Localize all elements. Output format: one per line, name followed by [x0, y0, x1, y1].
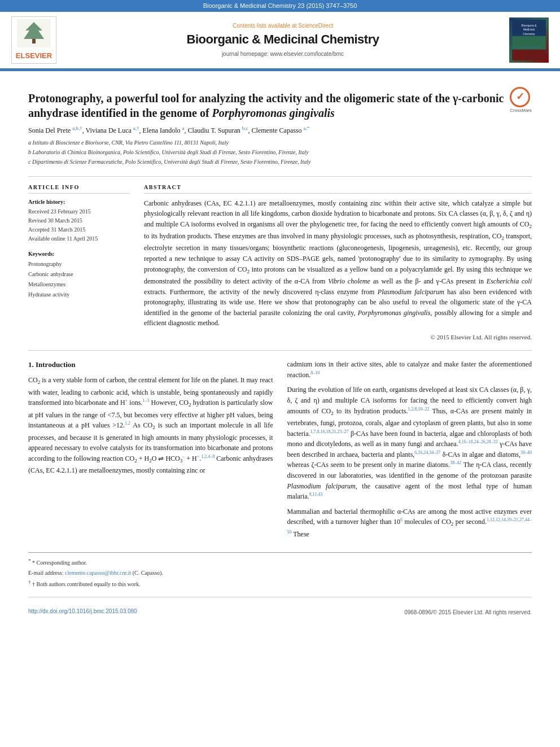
- svg-text:Medicinal: Medicinal: [523, 28, 535, 31]
- journal-homepage: journal homepage: www.elsevier.com/locat…: [62, 50, 504, 58]
- crossmark-block: ✓ CrossMark: [510, 87, 532, 113]
- intro-heading: 1. Introduction: [28, 359, 273, 370]
- article-info-heading: ARTICLE INFO: [28, 184, 130, 194]
- journal-citation-bar: Bioorganic & Medicinal Chemistry 23 (201…: [0, 0, 560, 12]
- journal-header: ELSEVIER Contents lists available at Sci…: [0, 12, 560, 69]
- article-container: Protonography, a powerful tool for analy…: [0, 71, 560, 628]
- elsevier-emblem: [17, 19, 51, 47]
- elsevier-logo: ELSEVIER: [11, 16, 56, 63]
- svg-rect-6: [512, 50, 546, 60]
- article-title: Protonography, a powerful tool for analy…: [28, 91, 504, 120]
- svg-text:Chemistry: Chemistry: [523, 33, 535, 36]
- keyword-4: Hydratase activity: [28, 290, 130, 300]
- available-date: Available online 11 April 2015: [28, 234, 130, 243]
- journal-cover: Bioorganic & Medicinal Chemistry: [509, 18, 549, 63]
- email-link[interactable]: clemente.capasso@ibbr.cnr.it: [65, 570, 131, 576]
- keywords-label: Keywords:: [28, 250, 130, 258]
- abstract-heading: ABSTRACT: [144, 184, 532, 194]
- affiliation-c: c Dipartimento di Scienze Farmaceutiche,…: [28, 158, 532, 166]
- keyword-2: Carbonic anhydrase: [28, 269, 130, 279]
- section-divider: [28, 350, 532, 351]
- article-dates: Received 23 February 2015 Revised 30 Mar…: [28, 207, 130, 243]
- doi-block: http://dx.doi.org/10.1016/j.bmc.2015.03.…: [28, 606, 137, 616]
- doi-link[interactable]: http://dx.doi.org/10.1016/j.bmc.2015.03.…: [28, 608, 137, 614]
- abstract-column: ABSTRACT Carbonic anhydrases (CAs, EC 4.…: [144, 184, 532, 342]
- body-col-left: 1. Introduction CO2 is a very stable for…: [28, 359, 273, 544]
- svg-rect-5: [512, 36, 546, 50]
- footer-divider: [28, 597, 532, 597]
- journal-name: Bioorganic & Medicinal Chemistry: [62, 31, 504, 49]
- body-section: 1. Introduction CO2 is a very stable for…: [28, 359, 532, 544]
- revised-date: Revised 30 March 2015: [28, 216, 130, 225]
- keyword-1: Protonography: [28, 259, 130, 269]
- received-date: Received 23 February 2015: [28, 207, 130, 216]
- footer-block: http://dx.doi.org/10.1016/j.bmc.2015.03.…: [28, 606, 532, 617]
- elsevier-brand-text: ELSEVIER: [14, 51, 54, 61]
- article-info-column: ARTICLE INFO Article history: Received 2…: [28, 184, 130, 342]
- sciencedirect-link: Contents lists available at ScienceDirec…: [62, 22, 504, 30]
- intro-p3: During the evolution of life on earth, o…: [287, 385, 532, 501]
- body-col-right: cadmium ions in their active sites, able…: [287, 359, 532, 544]
- footnote-area: * * Corresponding author. E-mail address…: [28, 552, 532, 588]
- affiliation-a: a Istituto di Bioscienze e Biorisorse, C…: [28, 139, 532, 147]
- crossmark-label: CrossMark: [510, 107, 532, 113]
- intro-p2: cadmium ions in their active sites, able…: [287, 359, 532, 380]
- journal-cover-image: Bioorganic & Medicinal Chemistry: [511, 20, 546, 60]
- keyword-3: Metalloenzymes: [28, 279, 130, 290]
- affiliation-b: b Laboratorio di Chimica Bioinorganica, …: [28, 148, 532, 156]
- abstract-text: Carbonic anhydrases (CAs, EC 4.2.1.1) ar…: [144, 198, 532, 329]
- journal-title-block: Contents lists available at ScienceDirec…: [62, 22, 504, 58]
- article-info-abstract: ARTICLE INFO Article history: Received 2…: [28, 176, 532, 342]
- history-label: Article history:: [28, 198, 130, 206]
- accepted-date: Accepted 31 March 2015: [28, 225, 130, 234]
- keywords-list: Protonography Carbonic anhydrase Metallo…: [28, 259, 130, 300]
- footnote-email: E-mail address: clemente.capasso@ibbr.cn…: [28, 569, 532, 577]
- svg-text:Bioorganic &: Bioorganic &: [521, 24, 537, 27]
- crossmark-icon: ✓: [510, 87, 530, 107]
- title-row: Protonography, a powerful tool for analy…: [28, 82, 532, 125]
- issn-info: 0968-0896/© 2015 Elsevier Ltd. All right…: [404, 609, 532, 617]
- journal-citation-text: Bioorganic & Medicinal Chemistry 23 (201…: [203, 2, 357, 9]
- authors-line: Sonia Del Prete a,b,†, Viviana De Luca a…: [28, 125, 532, 136]
- copyright-line: © 2015 Elsevier Ltd. All rights reserved…: [144, 333, 532, 342]
- sciencedirect-name: ScienceDirect: [298, 23, 333, 29]
- footnote-equal: † † Both authors contributed equally to …: [28, 579, 532, 588]
- intro-p4: Mammalian and bacterial thermophilic α-C…: [287, 506, 532, 540]
- intro-p1: CO2 is a very stable form of carbon, the…: [28, 375, 273, 475]
- svg-rect-2: [32, 39, 36, 43]
- footnote-corresponding: * * Corresponding author.: [28, 557, 532, 567]
